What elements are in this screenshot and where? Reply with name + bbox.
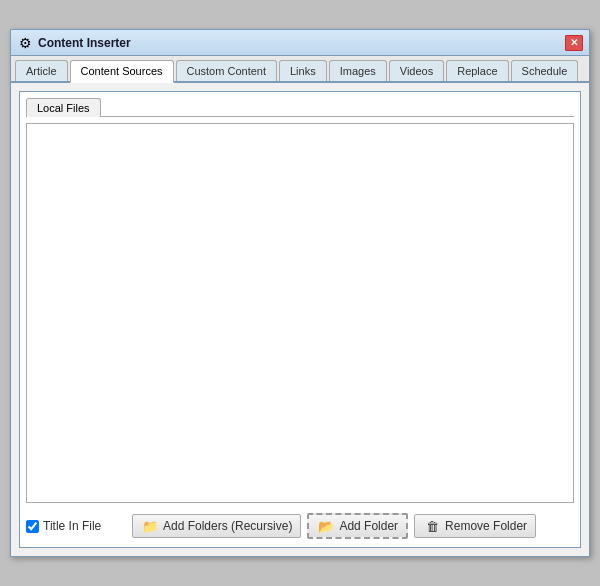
bottom-bar: Title In File 📁 Add Folders (Recursive) … (26, 511, 574, 541)
remove-folder-label: Remove Folder (445, 519, 527, 533)
title-in-file-checkbox[interactable] (26, 520, 39, 533)
add-folders-recursive-label: Add Folders (Recursive) (163, 519, 292, 533)
content-inserter-window: ⚙ Content Inserter ✕ Article Content Sou… (10, 29, 590, 557)
title-bar-left: ⚙ Content Inserter (17, 35, 131, 51)
local-files-tab-bar: Local Files (26, 98, 574, 117)
file-list-box[interactable] (26, 123, 574, 503)
content-area: Local Files Title In File 📁 Add Folders … (11, 83, 589, 556)
tab-custom-content[interactable]: Custom Content (176, 60, 277, 81)
inner-panel: Local Files Title In File 📁 Add Folders … (19, 91, 581, 548)
title-bar: ⚙ Content Inserter ✕ (11, 30, 589, 56)
remove-folder-button[interactable]: 🗑 Remove Folder (414, 514, 536, 538)
add-folder-button[interactable]: 📂 Add Folder (307, 513, 408, 539)
tab-replace[interactable]: Replace (446, 60, 508, 81)
add-folders-recursive-button[interactable]: 📁 Add Folders (Recursive) (132, 514, 301, 538)
tab-schedule[interactable]: Schedule (511, 60, 579, 81)
tab-links[interactable]: Links (279, 60, 327, 81)
window-title: Content Inserter (38, 36, 131, 50)
add-folder-label: Add Folder (339, 519, 398, 533)
title-in-file-label: Title In File (43, 519, 101, 533)
tabs-bar: Article Content Sources Custom Content L… (11, 56, 589, 83)
add-folders-icon: 📁 (141, 518, 159, 534)
tab-local-files[interactable]: Local Files (26, 98, 101, 117)
tab-images[interactable]: Images (329, 60, 387, 81)
close-button[interactable]: ✕ (565, 35, 583, 51)
tab-content-sources[interactable]: Content Sources (70, 60, 174, 83)
app-icon: ⚙ (17, 35, 33, 51)
title-in-file-checkbox-label[interactable]: Title In File (26, 519, 126, 533)
tab-article[interactable]: Article (15, 60, 68, 81)
tab-videos[interactable]: Videos (389, 60, 444, 81)
add-folder-icon: 📂 (317, 518, 335, 534)
remove-folder-icon: 🗑 (423, 518, 441, 534)
